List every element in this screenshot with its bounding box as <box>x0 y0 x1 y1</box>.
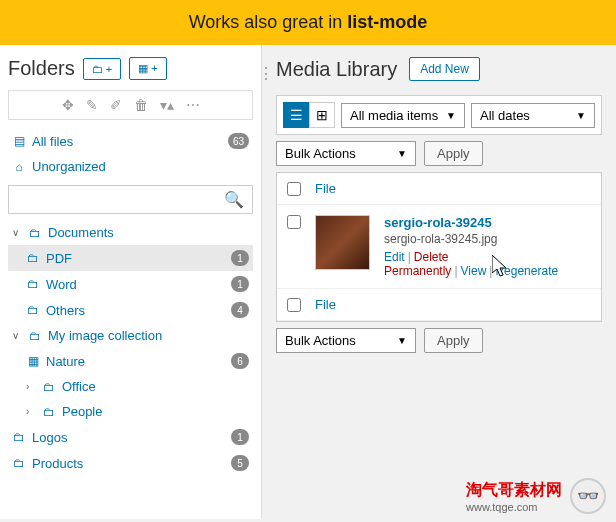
home-icon: ⌂ <box>12 160 26 174</box>
media-filename: sergio-rola-39245.jpg <box>384 232 591 246</box>
chevron-right-icon[interactable]: › <box>26 406 36 417</box>
media-content: ⋮ Media Library Add New ☰ ⊞ All media it… <box>262 45 616 519</box>
sort-icon[interactable]: ▾▴ <box>160 97 174 113</box>
folder-icon: 🗀 <box>42 380 56 394</box>
files-icon: ▤ <box>12 134 26 148</box>
table-row: sergio-rola-39245 sergio-rola-39245.jpg … <box>277 205 601 289</box>
mascot-icon: 👓 <box>570 478 606 514</box>
sidebar-title: Folders <box>8 57 75 80</box>
page-title: Media Library <box>276 58 397 81</box>
promo-banner: Works also great in list-mode <box>0 0 616 45</box>
row-checkbox[interactable] <box>287 215 301 229</box>
chevron-down-icon[interactable]: ∨ <box>12 227 22 238</box>
folder-icon: 🗀 <box>28 329 42 343</box>
folder-office[interactable]: › 🗀 Office <box>8 374 253 399</box>
chevron-down-icon[interactable]: ∨ <box>12 330 22 341</box>
view-link[interactable]: View <box>461 264 487 278</box>
grid-icon: ▦ <box>26 354 40 368</box>
bulk-actions-select[interactable]: Bulk Actions▼ <box>276 141 416 166</box>
edit-link[interactable]: Edit <box>384 250 405 264</box>
move-icon[interactable]: ✥ <box>62 97 74 113</box>
folder-toolbar: ✥ ✎ ✐ 🗑 ▾▴ ⋯ <box>8 90 253 120</box>
delete-icon[interactable]: 🗑 <box>134 97 148 113</box>
resize-handle[interactable]: ⋮ <box>262 64 274 83</box>
apply-button-bottom[interactable]: Apply <box>424 328 483 353</box>
media-type-select[interactable]: All media items▼ <box>341 103 465 128</box>
count-badge: 63 <box>228 133 249 149</box>
folder-icon: 🗀 <box>26 303 40 317</box>
folder-people[interactable]: › 🗀 People <box>8 399 253 424</box>
search-input[interactable] <box>17 192 224 207</box>
add-new-button[interactable]: Add New <box>409 57 480 81</box>
folder-logos[interactable]: 🗀 Logos 1 <box>8 424 253 450</box>
folder-search[interactable]: 🔍 <box>8 185 253 214</box>
rename-icon[interactable]: ✎ <box>86 97 98 113</box>
folder-word[interactable]: 🗀 Word 1 <box>8 271 253 297</box>
new-folder-button[interactable]: 🗀 + <box>83 58 121 80</box>
media-title[interactable]: sergio-rola-39245 <box>384 215 591 230</box>
list-view-button[interactable]: ☰ <box>283 102 309 128</box>
unorganized-item[interactable]: ⌂ Unorganized <box>8 154 253 179</box>
folder-pdf[interactable]: 🗀 PDF 1 <box>8 245 253 271</box>
grid-view-button[interactable]: ⊞ <box>309 102 335 128</box>
chevron-right-icon[interactable]: › <box>26 381 36 392</box>
folders-sidebar: Folders 🗀 + ▦ + ✥ ✎ ✐ 🗑 ▾▴ ⋯ ▤ All files… <box>0 45 262 519</box>
new-gallery-button[interactable]: ▦ + <box>129 57 166 80</box>
regenerate-link[interactable]: Regenerate <box>495 264 558 278</box>
watermark: 淘气哥素材网 www.tqge.com 👓 <box>466 478 606 514</box>
folder-products[interactable]: 🗀 Products 5 <box>8 450 253 476</box>
folder-documents[interactable]: ∨ 🗀 Documents <box>8 220 253 245</box>
row-actions: Edit|Delete Permanently|View|Regenerate <box>384 250 591 278</box>
search-icon: 🔍 <box>224 190 244 209</box>
folder-icon: 🗀 <box>28 226 42 240</box>
select-all-checkbox[interactable] <box>287 182 301 196</box>
folder-icon: 🗀 <box>12 430 26 444</box>
edit-icon[interactable]: ✐ <box>110 97 122 113</box>
folder-icon: 🗀 <box>12 456 26 470</box>
media-thumbnail[interactable] <box>315 215 370 270</box>
all-files-item[interactable]: ▤ All files 63 <box>8 128 253 154</box>
folder-icon: 🗀 <box>42 405 56 419</box>
bulk-actions-select-bottom[interactable]: Bulk Actions▼ <box>276 328 416 353</box>
select-all-checkbox-bottom[interactable] <box>287 298 301 312</box>
folder-my-images[interactable]: ∨ 🗀 My image collection <box>8 323 253 348</box>
apply-button[interactable]: Apply <box>424 141 483 166</box>
column-footer-file[interactable]: File <box>315 297 336 312</box>
folder-icon: 🗀 <box>26 277 40 291</box>
folder-icon: 🗀 <box>26 251 40 265</box>
filter-bar: ☰ ⊞ All media items▼ All dates▼ <box>276 95 602 135</box>
date-select[interactable]: All dates▼ <box>471 103 595 128</box>
more-icon[interactable]: ⋯ <box>186 97 200 113</box>
media-table: File sergio-rola-39245 sergio-rola-39245… <box>276 172 602 322</box>
gallery-nature[interactable]: ▦ Nature 6 <box>8 348 253 374</box>
folder-others[interactable]: 🗀 Others 4 <box>8 297 253 323</box>
column-header-file[interactable]: File <box>315 181 336 196</box>
